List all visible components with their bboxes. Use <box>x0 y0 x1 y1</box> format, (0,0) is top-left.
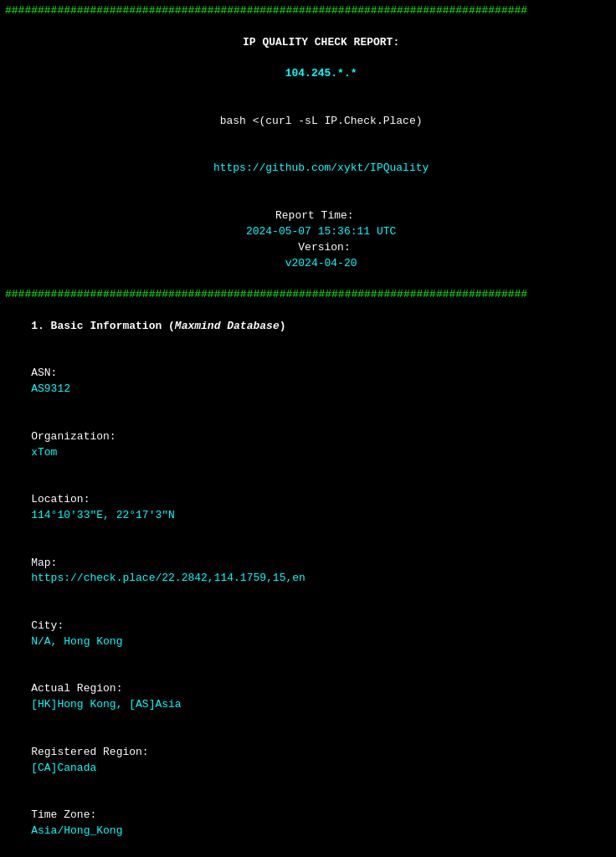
report-title: IP QUALITY CHECK REPORT: <box>243 36 399 49</box>
section1-title: 1. Basic Information (Maxmind Database) <box>5 303 611 351</box>
asn-row: ASN: AS9312 <box>5 351 611 413</box>
org-value: xTom <box>31 446 57 459</box>
title-line: IP QUALITY CHECK REPORT: 104.245.*.* <box>5 19 611 98</box>
map-url[interactable]: https://check.place/22.2842,114.1759,15,… <box>31 572 305 584</box>
timezone-row: Time Zone: Asia/Hong_Kong <box>5 792 611 854</box>
report-time: 2024-05-07 15:36:11 UTC <box>246 225 396 238</box>
location-value: 114°10′33″E, 22°17′3″N <box>31 509 175 521</box>
city-value: N/A, Hong Kong <box>31 635 122 648</box>
location-row: Location: 114°10′33″E, 22°17′3″N <box>5 476 611 539</box>
hash-line-2: ########################################… <box>5 287 611 303</box>
timezone-value: Asia/Hong_Kong <box>31 824 122 837</box>
hash-line-top: ########################################… <box>5 3 611 19</box>
actual-region-row: Actual Region: [HK]Hong Kong, [AS]Asia <box>5 665 611 728</box>
city-row: City: N/A, Hong Kong <box>5 603 611 665</box>
registered-region-value: [CA]Canada <box>31 762 96 774</box>
github-url[interactable]: https://github.com/xykt/IPQuality <box>213 162 429 174</box>
report-ip: 104.245.*.* <box>285 67 357 80</box>
map-row: Map: https://check.place/22.2842,114.175… <box>5 540 611 603</box>
registered-region-row: Registered Region: [CA]Canada <box>5 729 611 792</box>
asn-value: AS9312 <box>31 382 70 395</box>
main-container: ########################################… <box>0 0 616 857</box>
org-row: Organization: xTom <box>5 413 611 476</box>
actual-region-value: [HK]Hong Kong, [AS]Asia <box>31 698 181 711</box>
bash-line: bash <(curl -sL IP.Check.Place) <box>5 98 611 146</box>
github-line: https://github.com/xykt/IPQuality <box>5 146 611 193</box>
report-time-line: Report Time: 2024-05-07 15:36:11 UTC Ver… <box>5 192 611 287</box>
version: v2024-04-20 <box>285 257 357 269</box>
